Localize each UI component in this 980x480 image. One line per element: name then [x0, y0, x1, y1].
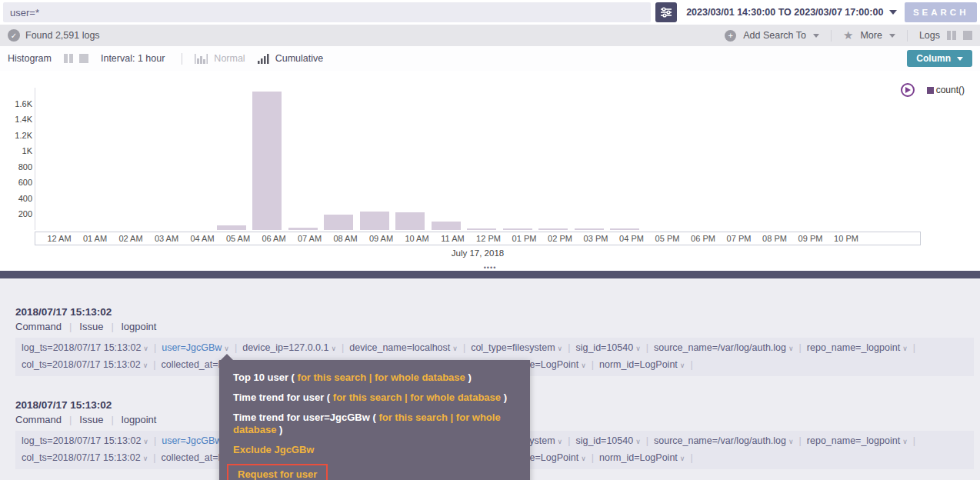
menu-link[interactable]: Exclude JgcGBw	[233, 444, 314, 455]
histogram-bar[interactable]	[217, 225, 246, 230]
field-chip-col_ts[interactable]: col_ts=2018/07/17 15:13:02∨	[22, 452, 148, 463]
chevron-down-icon[interactable]: ∨	[143, 455, 148, 462]
menu-item-time-trend-for-user-value[interactable]: Time trend for user=JgcGBw ( for this se…	[233, 408, 516, 440]
menu-item-time-trend-for-user[interactable]: Time trend for user ( for this search | …	[233, 388, 516, 408]
field-chip-repo_name[interactable]: repo_name=_logpoint∨	[807, 435, 908, 446]
field-chip-log_ts[interactable]: log_ts=2018/07/17 15:13:02∨	[22, 435, 148, 446]
chevron-down-icon[interactable]: ∨	[224, 345, 229, 352]
tag[interactable]: Command	[15, 414, 62, 425]
separator: |	[799, 342, 802, 353]
field-chip-norm_id[interactable]: norm_id=LogPoint∨	[599, 452, 685, 463]
separator: |	[153, 359, 155, 370]
field-chip-device_name[interactable]: device_name=localhost∨	[349, 342, 458, 353]
field-chip-device_ip[interactable]: device_ip=127.0.0.1∨	[242, 342, 336, 353]
histogram-bar[interactable]	[252, 92, 282, 230]
x-tick-label: 07 AM	[298, 234, 322, 243]
field-chip-repo_name[interactable]: repo_name=_logpoint∨	[807, 342, 908, 353]
chevron-down-icon[interactable]: ∨	[558, 345, 563, 352]
time-range-picker[interactable]: 2023/03/01 14:30:00 TO 2023/03/07 17:00:…	[686, 7, 897, 18]
chevron-down-icon[interactable]: ∨	[788, 438, 794, 445]
query-filter-button[interactable]	[655, 2, 677, 22]
chevron-down-icon[interactable]: ∨	[902, 345, 908, 352]
chevron-down-icon[interactable]: ∨	[331, 345, 336, 352]
annotation-highlight-box: Request for user	[227, 464, 328, 480]
menu-item-request-for-user[interactable]: Request for user	[233, 460, 516, 480]
menu-item-exclude-value[interactable]: Exclude JgcGBw	[233, 440, 516, 460]
field-chip-norm_id[interactable]: norm_id=LogPoint∨	[599, 359, 685, 370]
full-view-icon[interactable]	[79, 54, 88, 63]
menu-item-top-10-user[interactable]: Top 10 user ( for this search | for whol…	[233, 368, 516, 388]
chevron-down-icon[interactable]: ∨	[902, 438, 908, 445]
chevron-down-icon[interactable]: ∨	[143, 438, 148, 445]
single-column-view-icon[interactable]	[963, 31, 972, 40]
field-chip-user[interactable]: user=JgcGBw∨	[162, 342, 229, 353]
chevron-down-icon[interactable]: ∨	[788, 345, 794, 352]
histogram-bar[interactable]	[575, 228, 604, 230]
chevron-down-icon[interactable]: ∨	[558, 438, 563, 445]
chevron-down-icon[interactable]: ∨	[143, 345, 148, 352]
drag-handle-dots[interactable]: ••••	[484, 265, 497, 271]
separator: |	[463, 342, 465, 353]
menu-link[interactable]: for whole database	[410, 392, 501, 403]
histogram-bar[interactable]	[432, 222, 461, 230]
more-button[interactable]: More	[860, 30, 882, 41]
field-chip-col_type[interactable]: col_type=filesystem∨	[471, 342, 562, 353]
separator: |	[154, 435, 156, 446]
menu-link[interactable]: |	[366, 372, 375, 383]
histogram-bar[interactable]	[288, 228, 318, 230]
two-column-view-icon[interactable]	[947, 31, 956, 40]
search-button[interactable]: SEARCH	[905, 2, 977, 22]
menu-link[interactable]: for this search	[298, 372, 367, 383]
search-query-input[interactable]	[3, 2, 651, 22]
tag[interactable]: Command	[15, 321, 62, 332]
menu-link[interactable]: |	[448, 412, 456, 423]
histogram-bar[interactable]	[467, 228, 496, 230]
histogram-bar[interactable]	[324, 215, 353, 230]
normal-chart-icon	[195, 54, 208, 64]
menu-link[interactable]: Request for user	[238, 468, 317, 480]
chevron-down-icon[interactable]: ∨	[143, 362, 148, 369]
menu-text: )	[501, 392, 507, 403]
chart-plot	[35, 88, 921, 230]
histogram-bar[interactable]	[503, 228, 532, 230]
chevron-down-icon[interactable]: ∨	[581, 455, 586, 462]
histogram-bar[interactable]	[395, 212, 425, 230]
normal-toggle[interactable]: Normal	[214, 53, 245, 64]
chevron-down-icon[interactable]: ∨	[635, 438, 641, 445]
tag[interactable]: Issue	[79, 414, 103, 425]
menu-text: )	[276, 424, 282, 435]
split-view-icon[interactable]	[64, 54, 73, 63]
chevron-down-icon[interactable]: ∨	[680, 455, 685, 462]
x-axis[interactable]: 12 AM01 AM02 AM03 AM04 AM05 AM06 AM07 AM…	[35, 232, 921, 245]
x-tick-label: 03 AM	[155, 234, 178, 243]
y-tick-label: 200	[18, 209, 32, 218]
field-chip-source_name[interactable]: source_name=/var/log/auth.log∨	[654, 435, 794, 446]
histogram-bar[interactable]	[360, 212, 389, 230]
field-chip-sig_id[interactable]: sig_id=10540∨	[575, 435, 640, 446]
chevron-down-icon[interactable]	[813, 34, 819, 38]
chart-type-dropdown[interactable]: Column	[907, 50, 972, 67]
histogram-bar[interactable]	[538, 228, 568, 230]
chevron-down-icon[interactable]	[889, 34, 895, 38]
separator: |	[342, 342, 344, 353]
menu-link[interactable]: |	[402, 392, 410, 403]
x-tick-label: 06 PM	[691, 234, 715, 243]
field-chip-log_ts[interactable]: log_ts=2018/07/17 15:13:02∨	[22, 342, 148, 353]
tag[interactable]: Issue	[79, 321, 103, 332]
tag[interactable]: logpoint	[122, 321, 157, 332]
field-chip-sig_id[interactable]: sig_id=10540∨	[575, 342, 640, 353]
chevron-down-icon[interactable]: ∨	[635, 345, 641, 352]
field-chip-col_ts[interactable]: col_ts=2018/07/17 15:13:02∨	[22, 359, 148, 370]
play-icon[interactable]	[901, 83, 915, 97]
cumulative-toggle[interactable]: Cumulative	[275, 53, 324, 64]
menu-link[interactable]: for this search	[333, 392, 402, 403]
field-chip-source_name[interactable]: source_name=/var/log/auth.log∨	[654, 342, 794, 353]
menu-link[interactable]: for whole database	[375, 372, 465, 383]
add-search-to-button[interactable]: Add Search To	[743, 30, 806, 41]
histogram-bar[interactable]	[610, 228, 639, 230]
chevron-down-icon[interactable]: ∨	[680, 362, 685, 369]
chevron-down-icon[interactable]: ∨	[452, 345, 458, 352]
menu-link[interactable]: for this search	[378, 412, 448, 423]
tag[interactable]: logpoint	[122, 414, 157, 425]
chevron-down-icon[interactable]: ∨	[581, 362, 586, 369]
